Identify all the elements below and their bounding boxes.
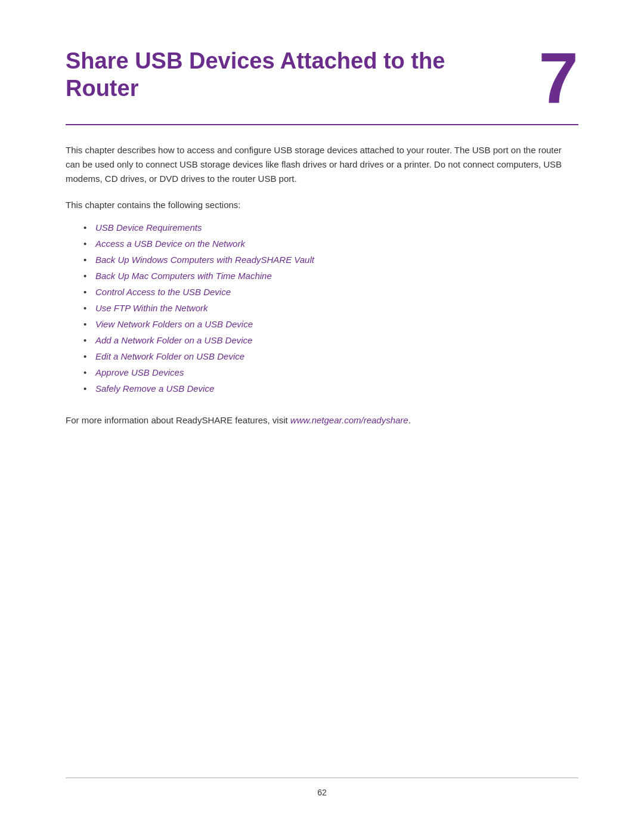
list-item: View Network Folders on a USB Device (83, 316, 578, 332)
sections-label: This chapter contains the following sect… (66, 198, 578, 212)
footer-text-after: . (408, 415, 411, 425)
chapter-title-line1: Share USB Devices Attached to the (66, 48, 445, 73)
title-divider (66, 124, 578, 125)
bottom-divider (66, 778, 578, 778)
chapter-header: Share USB Devices Attached to the Router… (66, 48, 578, 113)
title-block: Share USB Devices Attached to the Router (66, 48, 521, 102)
list-item: Access a USB Device on the Network (83, 236, 578, 252)
list-item: Back Up Windows Computers with ReadySHAR… (83, 252, 578, 268)
chapter-number: 7 (538, 42, 578, 113)
page-number: 62 (66, 788, 578, 797)
intro-paragraph1: This chapter describes how to access and… (66, 143, 578, 186)
link-usb-requirements[interactable]: USB Device Requirements (95, 222, 202, 233)
link-access-usb[interactable]: Access a USB Device on the Network (95, 239, 245, 249)
chapter-title-line2: Router (66, 76, 138, 101)
list-item: Edit a Network Folder on USB Device (83, 348, 578, 364)
list-item: Control Access to the USB Device (83, 284, 578, 300)
link-approve-usb[interactable]: Approve USB Devices (95, 367, 184, 377)
footer-link[interactable]: www.netgear.com/readyshare (290, 415, 408, 425)
link-remove-usb[interactable]: Safely Remove a USB Device (95, 383, 214, 394)
link-control-access[interactable]: Control Access to the USB Device (95, 287, 231, 297)
list-item: Safely Remove a USB Device (83, 380, 578, 397)
link-view-folders[interactable]: View Network Folders on a USB Device (95, 319, 253, 329)
link-ftp[interactable]: Use FTP Within the Network (95, 303, 208, 313)
list-item: Use FTP Within the Network (83, 300, 578, 316)
list-item: Back Up Mac Computers with Time Machine (83, 268, 578, 284)
list-item: USB Device Requirements (83, 219, 578, 236)
link-edit-folder[interactable]: Edit a Network Folder on USB Device (95, 351, 244, 361)
link-add-folder[interactable]: Add a Network Folder on a USB Device (95, 335, 252, 345)
link-backup-windows[interactable]: Back Up Windows Computers with ReadySHAR… (95, 255, 314, 265)
sections-list: USB Device Requirements Access a USB Dev… (83, 219, 578, 397)
page-container: Share USB Devices Attached to the Router… (0, 0, 644, 833)
list-item: Approve USB Devices (83, 364, 578, 380)
chapter-title: Share USB Devices Attached to the Router (66, 48, 521, 102)
link-backup-mac[interactable]: Back Up Mac Computers with Time Machine (95, 271, 272, 281)
footer-text: For more information about ReadySHARE fe… (66, 413, 578, 428)
footer-text-before: For more information about ReadySHARE fe… (66, 415, 290, 425)
list-item: Add a Network Folder on a USB Device (83, 332, 578, 348)
